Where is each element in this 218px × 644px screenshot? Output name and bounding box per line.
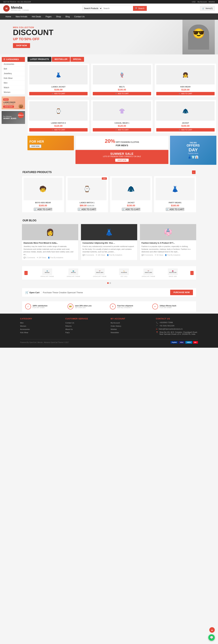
satisfaction-title: 100% satisfaction	[33, 305, 48, 307]
blog-title: OUR BLOG	[22, 219, 36, 222]
featured-card-jacket: 🧥 JACKET $150.00 🛒 ADD TO CART	[110, 176, 152, 212]
brands-prev-btn[interactable]: ‹	[24, 271, 28, 275]
mastercard-icon: MC	[193, 341, 198, 344]
top-bar-right: USD My Account Wishlist	[192, 1, 215, 3]
cart-button[interactable]: 🛒 Items(0)	[200, 6, 215, 11]
sidebar-item-men[interactable]: Men	[2, 80, 25, 85]
product-grid-row1: 👗 LADIES JACKET $150.00 🛒 ADD TO CART 🪢 …	[28, 63, 216, 97]
sidebar-item-jewellery[interactable]: Jewellery	[2, 71, 25, 76]
product-name-casual-wear: CASUAL WEAR 1	[93, 122, 151, 124]
opencart-bar: 🛒 Open Cart Purchase These Creative Open…	[22, 288, 196, 297]
brand-dot-1[interactable]	[107, 282, 109, 284]
tab-bestseller[interactable]: BESTSELLER	[52, 57, 70, 62]
wishlist-link[interactable]: Wishlist	[209, 1, 215, 3]
sidebar-item-accessories[interactable]: Accessories	[2, 62, 25, 66]
add-to-cart-belt[interactable]: 🛒 ADD TO CART	[93, 92, 151, 95]
header-right: 🛒 Items(0)	[200, 6, 215, 11]
nav-item-pages[interactable]: Pages	[43, 14, 54, 20]
tab-latest-products[interactable]: LATEST PRODUCTS	[28, 57, 52, 62]
nav-item-hot-deals[interactable]: Hot Deals	[30, 14, 43, 20]
featured-add-to-cart-boys[interactable]: 🛒 ADD TO CART	[34, 208, 52, 211]
nav-item-shop[interactable]: Shop	[54, 14, 63, 20]
sidebar-item-women[interactable]: Women	[2, 90, 25, 95]
my-account-link[interactable]: My Account	[198, 1, 207, 3]
nav-item-new-arrivals[interactable]: New Arrivals	[14, 14, 30, 20]
footer-customer-service-title: CUSTOMER SERVICE	[66, 318, 108, 320]
promo-banners-row: BEST SELLING DEALS FOR HER SHOP NOW 20% …	[28, 136, 216, 165]
blog-text-consectetur: Food is any substance(s) consumed to pro…	[82, 245, 136, 253]
product-card-ladies-jacket: 👗 LADIES JACKET $150.00 🛒 ADD TO CART	[28, 63, 89, 97]
jeans-title: SKINNY JEANS	[3, 118, 16, 120]
featured-add-to-cart-jacket[interactable]: 🛒 ADD TO CART	[122, 208, 140, 211]
categories-header: CATEGORIES	[2, 57, 25, 62]
purchase-now-button[interactable]: PURCHASE NOW	[170, 290, 193, 295]
moneyback-title: 14days Money back	[160, 305, 176, 307]
opencart-divider	[41, 291, 41, 294]
footer-address: 📍 Shop No.131, M.D. Complex, Chandigarh …	[156, 331, 198, 335]
footer-cs-about: About Us	[66, 328, 108, 330]
add-to-cart-kidswear[interactable]: 🛒 ADD TO CART	[156, 92, 214, 95]
search-button[interactable]: 🔍 Search	[133, 6, 147, 11]
product-img-ladies-jacket: 👗	[29, 65, 88, 84]
product-img-jacket: 🧥	[156, 101, 214, 121]
footer-cs-contact: Contact Us	[66, 322, 108, 324]
save-sub: use credit card	[75, 307, 92, 308]
summer-sale-banner: SUMMER SALE LOTS OF PREMIUM ITEMS CURREN…	[76, 150, 168, 164]
moneyback-icon: ↩	[152, 304, 158, 310]
product-img-kidswear: 👧	[156, 65, 214, 84]
sidebar-item-belt[interactable]: Belt	[2, 66, 25, 71]
add-to-cart-ladies-watch2[interactable]: 🛒 ADD TO CART	[29, 128, 88, 132]
sidebar-item-watch[interactable]: Watch	[2, 85, 25, 90]
features-wrapper: ✓ 100% satisfaction If you are unable 💳 …	[20, 301, 198, 314]
add-to-cart-jacket[interactable]: 🛒 ADD TO CART	[156, 128, 214, 132]
tab-special[interactable]: SPECIAL	[70, 57, 84, 62]
product-name-jacket: JACKET	[156, 122, 214, 124]
footer-category-list: Men Women Accessories Kids Wear	[20, 322, 62, 334]
product-name-ladies-jacket: LADIES JACKET	[29, 86, 88, 88]
brands-next-btn[interactable]: ›	[190, 271, 194, 275]
shipment-title: Fast free shipment	[117, 305, 133, 307]
logo-icon: M	[3, 5, 10, 12]
sidebar-item-kidswear[interactable]: Kids Wear	[2, 76, 25, 80]
bags-shop-now[interactable]: SHOP NOW	[3, 106, 14, 108]
cart-icon: 🛒	[179, 93, 181, 94]
summer-sale-title: SUMMER SALE	[78, 152, 166, 156]
featured-img-party: 👗	[156, 178, 194, 200]
blog-img-fashion: 👘	[140, 224, 196, 240]
featured-name-jacket: JACKET	[112, 202, 150, 204]
blog-comments-fashion: 💬 3 Comments	[142, 254, 153, 256]
add-to-cart-ladies-jacket[interactable]: 🛒 ADD TO CART	[29, 92, 88, 95]
summer-sale-shop-btn[interactable]: SHOP NOW	[115, 159, 129, 162]
nav-item-home[interactable]: Home	[3, 14, 14, 20]
footer: CATEGORY Men Women Accessories Kids Wear…	[0, 314, 218, 348]
nav-item-contact[interactable]: Contact Us	[72, 14, 87, 20]
product-card-casual-wear: 👚 CASUAL WEAR 1 $120.00 🛒 ADD TO CART	[91, 100, 153, 133]
featured-add-to-cart-party[interactable]: 🛒 ADD TO CART	[166, 208, 184, 211]
feature-satisfaction: ✓ 100% satisfaction If you are unable	[25, 304, 66, 310]
contact-info: GET IN TOUCH: +91 161-5012104	[3, 1, 31, 3]
search-bar: Search Products 🔍 Search	[82, 6, 147, 11]
for-her-shop-btn[interactable]: SHOP NOW	[30, 144, 41, 148]
search-input[interactable]	[102, 6, 133, 11]
featured-add-to-cart-watch[interactable]: 🛒 ADD TO CART	[78, 208, 96, 211]
hero-shop-button[interactable]: SHOP NOW	[13, 43, 30, 48]
hero-discount: DISCOUNT	[13, 28, 54, 36]
feature-shipment: ✈ Fast free shipment load any computer's	[110, 304, 150, 310]
featured-name-watch: LADIES WATCH 1	[68, 202, 106, 204]
footer-cs-faq: Faq's	[66, 331, 108, 334]
brand-dot-2[interactable]	[110, 282, 111, 284]
currency-selector[interactable]: USD	[192, 1, 196, 3]
product-name-belt: BELT1	[93, 86, 151, 88]
offers-text: OFFERS	[187, 144, 200, 147]
footer-grid: CATEGORY Men Women Accessories Kids Wear…	[20, 318, 198, 336]
featured-next-arrow[interactable]: ›	[192, 170, 196, 174]
add-to-cart-casual-wear[interactable]: 🛒 ADD TO CART	[93, 128, 151, 132]
footer-customer-service-list: Contact Us Returns About Us Faq's	[66, 322, 108, 334]
product-name-ladies-watch2: LADIES WATCH 2	[29, 122, 88, 124]
middle-promo-col: 20% OFF FASHION CLOTHS FOR MEN'S SUMMER …	[76, 136, 168, 165]
search-category-select[interactable]: Search Products	[82, 6, 102, 11]
address-icon: 📍	[156, 331, 158, 334]
cart-icon: 🛒	[202, 7, 204, 10]
nav-item-blog[interactable]: Blog	[63, 14, 72, 20]
amex-icon: AMEX	[185, 341, 192, 344]
